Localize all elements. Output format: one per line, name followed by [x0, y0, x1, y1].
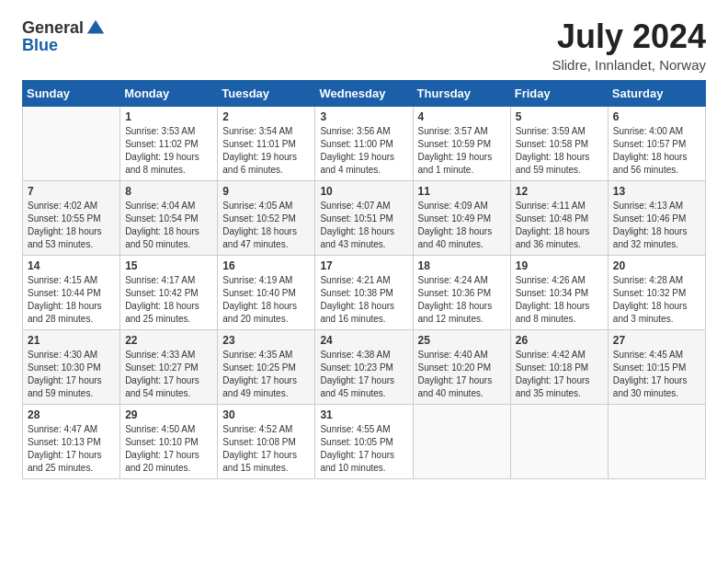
calendar-cell: 9Sunrise: 4:05 AMSunset: 10:52 PMDayligh…: [218, 180, 315, 255]
calendar-cell: 31Sunrise: 4:55 AMSunset: 10:05 PMDaylig…: [315, 404, 413, 478]
calendar-cell: [413, 404, 510, 478]
cell-info: Sunrise: 4:28 AMSunset: 10:32 PMDaylight…: [613, 274, 700, 326]
calendar-cell: [510, 404, 608, 478]
cell-info: Sunrise: 3:56 AMSunset: 11:00 PMDaylight…: [320, 125, 407, 177]
day-number: 11: [418, 185, 506, 198]
header: General Blue July 2024 Slidre, Innlandet…: [22, 18, 706, 73]
cell-info: Sunrise: 4:45 AMSunset: 10:15 PMDaylight…: [613, 349, 700, 400]
calendar-cell: 22Sunrise: 4:33 AMSunset: 10:27 PMDaylig…: [120, 329, 218, 404]
calendar-cell: 25Sunrise: 4:40 AMSunset: 10:20 PMDaylig…: [413, 329, 510, 404]
day-number: 26: [516, 334, 603, 347]
cell-info: Sunrise: 3:59 AMSunset: 10:58 PMDaylight…: [516, 125, 603, 177]
day-number: 31: [320, 408, 407, 421]
logo: General Blue: [22, 18, 106, 55]
calendar-cell: 16Sunrise: 4:19 AMSunset: 10:40 PMDaylig…: [218, 255, 315, 329]
logo-general-text: General: [22, 19, 84, 38]
day-number: 4: [418, 110, 506, 123]
day-number: 9: [222, 185, 310, 198]
cell-info: Sunrise: 4:47 AMSunset: 10:13 PMDaylight…: [28, 423, 115, 475]
calendar-week-1: 1Sunrise: 3:53 AMSunset: 11:02 PMDayligh…: [23, 106, 706, 180]
cell-info: Sunrise: 4:11 AMSunset: 10:48 PMDaylight…: [516, 200, 603, 251]
cell-info: Sunrise: 4:09 AMSunset: 10:49 PMDaylight…: [418, 200, 506, 251]
calendar-cell: 20Sunrise: 4:28 AMSunset: 10:32 PMDaylig…: [608, 255, 705, 329]
day-number: 6: [613, 110, 700, 123]
calendar-cell: 12Sunrise: 4:11 AMSunset: 10:48 PMDaylig…: [510, 180, 608, 255]
day-number: 18: [418, 259, 506, 272]
cell-info: Sunrise: 4:52 AMSunset: 10:08 PMDaylight…: [222, 423, 310, 475]
cell-info: Sunrise: 4:00 AMSunset: 10:57 PMDaylight…: [613, 125, 700, 177]
calendar-cell: 2Sunrise: 3:54 AMSunset: 11:01 PMDayligh…: [218, 106, 315, 180]
weekday-header-friday: Friday: [510, 80, 608, 106]
calendar-cell: 15Sunrise: 4:17 AMSunset: 10:42 PMDaylig…: [120, 255, 218, 329]
day-number: 17: [320, 259, 407, 272]
calendar-table: SundayMondayTuesdayWednesdayThursdayFrid…: [22, 80, 706, 479]
calendar-cell: 17Sunrise: 4:21 AMSunset: 10:38 PMDaylig…: [315, 255, 413, 329]
day-number: 21: [28, 334, 115, 347]
day-number: 19: [516, 259, 603, 272]
calendar-cell: 28Sunrise: 4:47 AMSunset: 10:13 PMDaylig…: [23, 404, 120, 478]
location-subtitle: Slidre, Innlandet, Norway: [552, 57, 706, 73]
cell-info: Sunrise: 4:02 AMSunset: 10:55 PMDaylight…: [28, 200, 115, 251]
cell-info: Sunrise: 4:05 AMSunset: 10:52 PMDaylight…: [222, 200, 310, 251]
day-number: 15: [125, 259, 212, 272]
calendar-cell: 24Sunrise: 4:38 AMSunset: 10:23 PMDaylig…: [315, 329, 413, 404]
day-number: 27: [613, 334, 700, 347]
calendar-cell: 7Sunrise: 4:02 AMSunset: 10:55 PMDayligh…: [23, 180, 120, 255]
weekday-header-wednesday: Wednesday: [315, 80, 413, 106]
calendar-cell: [23, 106, 120, 180]
cell-info: Sunrise: 4:26 AMSunset: 10:34 PMDaylight…: [516, 274, 603, 326]
calendar-cell: 23Sunrise: 4:35 AMSunset: 10:25 PMDaylig…: [218, 329, 315, 404]
cell-info: Sunrise: 4:15 AMSunset: 10:44 PMDaylight…: [28, 274, 115, 326]
cell-info: Sunrise: 4:55 AMSunset: 10:05 PMDaylight…: [320, 423, 407, 475]
day-number: 13: [613, 185, 700, 198]
cell-info: Sunrise: 4:50 AMSunset: 10:10 PMDaylight…: [125, 423, 212, 475]
svg-marker-0: [87, 20, 104, 34]
calendar-week-4: 21Sunrise: 4:30 AMSunset: 10:30 PMDaylig…: [23, 329, 706, 404]
day-number: 14: [28, 259, 115, 272]
calendar-week-2: 7Sunrise: 4:02 AMSunset: 10:55 PMDayligh…: [23, 180, 706, 255]
cell-info: Sunrise: 4:33 AMSunset: 10:27 PMDaylight…: [125, 349, 212, 400]
calendar-cell: 27Sunrise: 4:45 AMSunset: 10:15 PMDaylig…: [608, 329, 705, 404]
calendar-cell: 1Sunrise: 3:53 AMSunset: 11:02 PMDayligh…: [120, 106, 218, 180]
day-number: 24: [320, 334, 407, 347]
cell-info: Sunrise: 4:38 AMSunset: 10:23 PMDaylight…: [320, 349, 407, 400]
calendar-cell: 10Sunrise: 4:07 AMSunset: 10:51 PMDaylig…: [315, 180, 413, 255]
day-number: 25: [418, 334, 506, 347]
calendar-cell: 5Sunrise: 3:59 AMSunset: 10:58 PMDayligh…: [510, 106, 608, 180]
calendar-cell: 11Sunrise: 4:09 AMSunset: 10:49 PMDaylig…: [413, 180, 510, 255]
day-number: 1: [125, 110, 212, 123]
day-number: 10: [320, 185, 407, 198]
calendar-cell: 26Sunrise: 4:42 AMSunset: 10:18 PMDaylig…: [510, 329, 608, 404]
calendar-cell: 30Sunrise: 4:52 AMSunset: 10:08 PMDaylig…: [218, 404, 315, 478]
calendar-cell: 6Sunrise: 4:00 AMSunset: 10:57 PMDayligh…: [608, 106, 705, 180]
logo-icon: [85, 18, 106, 39]
cell-info: Sunrise: 4:17 AMSunset: 10:42 PMDaylight…: [125, 274, 212, 326]
calendar-cell: [608, 404, 705, 478]
day-number: 20: [613, 259, 700, 272]
calendar-week-5: 28Sunrise: 4:47 AMSunset: 10:13 PMDaylig…: [23, 404, 706, 478]
weekday-header-monday: Monday: [120, 80, 218, 106]
cell-info: Sunrise: 4:21 AMSunset: 10:38 PMDaylight…: [320, 274, 407, 326]
day-number: 3: [320, 110, 407, 123]
title-block: July 2024 Slidre, Innlandet, Norway: [552, 18, 706, 73]
calendar-cell: 4Sunrise: 3:57 AMSunset: 10:59 PMDayligh…: [413, 106, 510, 180]
cell-info: Sunrise: 4:40 AMSunset: 10:20 PMDaylight…: [418, 349, 506, 400]
cell-info: Sunrise: 4:19 AMSunset: 10:40 PMDaylight…: [222, 274, 310, 326]
day-number: 23: [222, 334, 310, 347]
weekday-header-tuesday: Tuesday: [218, 80, 315, 106]
day-number: 7: [28, 185, 115, 198]
day-number: 29: [125, 408, 212, 421]
day-number: 8: [125, 185, 212, 198]
cell-info: Sunrise: 4:04 AMSunset: 10:54 PMDaylight…: [125, 200, 212, 251]
cell-info: Sunrise: 4:42 AMSunset: 10:18 PMDaylight…: [516, 349, 603, 400]
calendar-cell: 21Sunrise: 4:30 AMSunset: 10:30 PMDaylig…: [23, 329, 120, 404]
calendar-cell: 29Sunrise: 4:50 AMSunset: 10:10 PMDaylig…: [120, 404, 218, 478]
cell-info: Sunrise: 3:54 AMSunset: 11:01 PMDaylight…: [222, 125, 310, 177]
day-number: 2: [222, 110, 310, 123]
cell-info: Sunrise: 4:07 AMSunset: 10:51 PMDaylight…: [320, 200, 407, 251]
weekday-header-saturday: Saturday: [608, 80, 705, 106]
calendar-cell: 18Sunrise: 4:24 AMSunset: 10:36 PMDaylig…: [413, 255, 510, 329]
weekday-header-sunday: Sunday: [23, 80, 120, 106]
weekday-header-thursday: Thursday: [413, 80, 510, 106]
day-number: 16: [222, 259, 310, 272]
